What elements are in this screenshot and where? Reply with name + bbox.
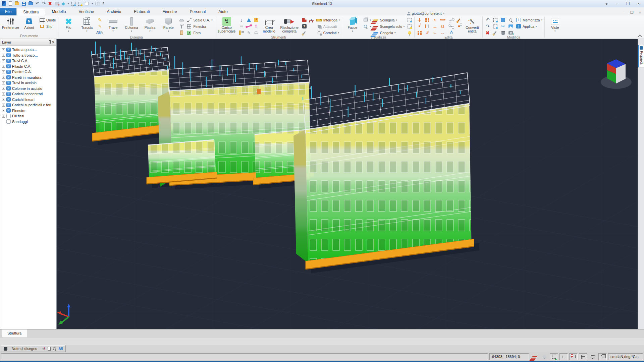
stretch-button[interactable]: ↔ <box>439 30 446 35</box>
properties-tab[interactable]: Proprietà <box>638 45 644 67</box>
expand-icon[interactable]: + <box>2 98 5 101</box>
sweep-button[interactable] <box>491 30 499 35</box>
constraint-button[interactable] <box>245 17 260 22</box>
expand-icon[interactable]: + <box>2 93 5 96</box>
pin-icon[interactable] <box>50 41 51 44</box>
layer-checkbox[interactable]: ✓ <box>6 92 11 96</box>
add-selection-button[interactable] <box>550 353 558 360</box>
archive-folder-icon[interactable] <box>29 2 33 5</box>
applica-button[interactable]: ⤵Applica ▾ <box>515 24 543 29</box>
preferenze-button[interactable]: Preferenze <box>1 16 20 34</box>
tab-aiuto[interactable]: Aiuto <box>212 8 234 15</box>
view-cube-button[interactable]: ▾ <box>362 17 372 22</box>
open-folder-icon[interactable] <box>15 2 19 5</box>
expand-icon[interactable]: + <box>2 115 5 118</box>
interroga-button[interactable]: Interroga ▾ <box>315 17 341 22</box>
copy-button[interactable] <box>416 24 423 29</box>
draw-line-button[interactable]: ✎ <box>96 17 104 22</box>
new-window-icon[interactable] <box>85 2 89 5</box>
delete-entity-button[interactable] <box>499 30 507 35</box>
colonna-button[interactable]: Colonna▾ <box>122 16 141 35</box>
foro-button[interactable]: Foro <box>185 30 214 35</box>
correlati-button[interactable]: Correlati ▾ <box>315 30 341 35</box>
bulb-button[interactable] <box>406 30 413 35</box>
undo-icon[interactable]: ↶ <box>36 1 39 6</box>
account-menu[interactable]: giotto@concrete.it ▾ <box>407 11 447 15</box>
export-icon[interactable] <box>55 2 59 5</box>
expand-icon[interactable]: + <box>2 87 5 90</box>
viewport[interactable] <box>56 39 638 329</box>
piastra-button[interactable]: Piastra▾ <box>141 16 159 35</box>
ortho-button[interactable]: ∟ <box>559 353 568 360</box>
layer-checkbox[interactable]: ✓ <box>6 70 11 74</box>
align-button[interactable]: ⊥ <box>431 24 439 29</box>
zoom-tool-button[interactable] <box>507 17 515 22</box>
array-button[interactable] <box>416 30 423 35</box>
select-dotted-button[interactable] <box>491 24 499 29</box>
offset-button[interactable]: ⊂ <box>431 30 439 35</box>
expand-icon[interactable]: + <box>2 54 5 57</box>
viste-button[interactable]: Viste▾ <box>546 16 564 34</box>
facce-button[interactable]: Facce▾ <box>343 16 362 35</box>
doc-restore-button[interactable]: ❐ <box>628 9 636 15</box>
layer-item[interactable]: +Sondaggi <box>1 119 56 125</box>
layer-checkbox[interactable]: ✓ <box>6 108 11 113</box>
tiles-button[interactable] <box>423 17 431 22</box>
redo-button[interactable]: ↷ <box>484 24 491 29</box>
carico-superficiale-button[interactable]: ↯ Carico superficiale <box>216 16 237 35</box>
memorizza-button[interactable]: ⤴Memorizza ▾ <box>515 17 543 22</box>
layer-item[interactable]: +✓Colonne in acciaio <box>1 86 56 92</box>
move-button[interactable] <box>416 17 423 22</box>
expand-icon[interactable]: + <box>2 104 5 107</box>
tab-finestre[interactable]: Finestre <box>156 8 183 15</box>
layer-checkbox[interactable]: ✓ <box>6 86 11 90</box>
roof-button[interactable] <box>178 17 185 22</box>
highlight-entities-icon[interactable] <box>78 2 82 6</box>
highlight-status-button[interactable] <box>540 353 548 360</box>
annotate-button[interactable]: AB✎ <box>96 30 104 35</box>
image-button[interactable] <box>507 24 515 29</box>
load-list-button[interactable] <box>237 30 245 35</box>
layer-item[interactable]: +✓Travi C.A. <box>1 58 56 64</box>
minimize-button[interactable]: – <box>612 0 623 7</box>
draw-polyline-button[interactable]: ✎ <box>96 24 104 29</box>
layer-checkbox[interactable]: ✓ <box>6 48 11 52</box>
plinth-button[interactable] <box>178 24 185 29</box>
doc-close-button[interactable]: × <box>636 9 644 15</box>
layer-item[interactable]: +✓Tutto a tronco... <box>1 53 56 58</box>
expand-icon[interactable]: + <box>2 76 5 79</box>
tab-modello[interactable]: Modello <box>45 8 72 15</box>
clean-button[interactable] <box>301 30 315 35</box>
scongela-solo-button[interactable]: Scongela solo ▾ <box>372 24 406 29</box>
filo-button[interactable]: ✖ Filo▾ <box>59 16 78 35</box>
mirror-button[interactable] <box>423 24 431 29</box>
compass-button[interactable] <box>447 30 455 35</box>
text-style-button[interactable]: T <box>301 24 315 29</box>
sketch-button[interactable]: ✎ <box>245 30 260 35</box>
close-panel-icon[interactable]: × <box>52 41 54 44</box>
doc-minimize-button[interactable]: – <box>620 9 628 15</box>
tab-personal[interactable]: Personal <box>183 8 212 15</box>
rotate-button[interactable]: ↻ <box>431 17 439 22</box>
light-selection-button[interactable] <box>406 17 413 22</box>
fill-button[interactable] <box>499 17 507 22</box>
document-tab-struttura[interactable]: Struttura <box>2 329 27 338</box>
save-icon[interactable] <box>22 2 26 6</box>
view-3d-button[interactable] <box>598 353 607 360</box>
redo-icon[interactable]: ↷ <box>42 1 46 6</box>
crea-modello-button[interactable]: Crea modello <box>260 16 278 35</box>
ribbon-options-button[interactable]: ⌅ <box>601 0 612 7</box>
paint-button[interactable] <box>455 17 463 22</box>
snap-button[interactable] <box>569 353 578 360</box>
risoluzione-completa-button[interactable]: ▶ Risoluzione completa <box>278 16 301 35</box>
trave-button[interactable]: Trave▾ <box>104 16 122 35</box>
expand-icon[interactable]: + <box>2 48 5 51</box>
expand-icon[interactable]: + <box>2 81 5 84</box>
tab-struttura[interactable]: Struttura <box>16 8 45 15</box>
traccia-button[interactable]: Traccia▾ <box>78 16 96 35</box>
note-zoom-icon[interactable] <box>53 347 56 350</box>
light-entities-button[interactable] <box>406 24 413 29</box>
tab-verifiche[interactable]: Verifiche <box>72 8 100 15</box>
layer-item[interactable]: +✓Carichi superficiali e fori <box>1 102 56 108</box>
expand-icon[interactable]: + <box>2 109 5 112</box>
